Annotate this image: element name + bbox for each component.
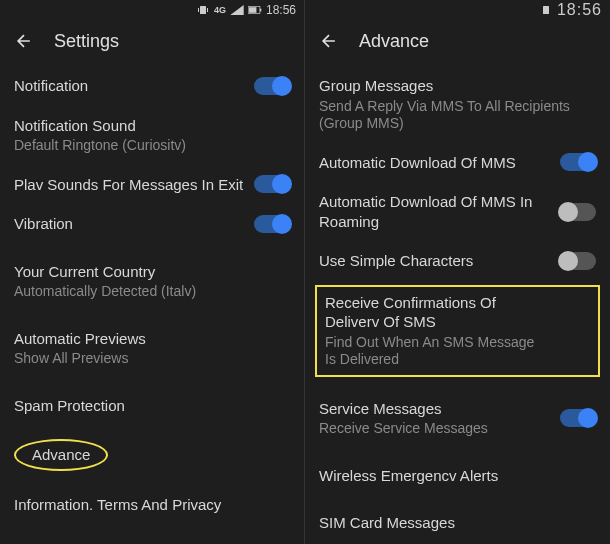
row-sub: Find Out When An SMS Message Is Delivere… [325,334,548,369]
row-country[interactable]: Your Current Country Automatically Detec… [0,252,304,311]
row-group-messages[interactable]: Group Messages Send A Reply Via MMS To A… [305,66,610,143]
row-label: Vibration [14,214,244,234]
row-label: Advance [32,446,90,463]
page-title: Advance [359,31,429,52]
row-label: Use Simple Characters [319,251,550,271]
row-label: Service Messages [319,399,550,419]
row-service-messages[interactable]: Service Messages Receive Service Message… [305,389,610,448]
row-advance[interactable]: Advance [0,433,304,477]
advance-list: Group Messages Send A Reply Via MMS To A… [305,62,610,543]
row-auto-previews[interactable]: Automatic Previews Show All Previews [0,319,304,378]
toggle-auto-dl-roaming[interactable] [560,203,596,221]
toggle-play-sounds[interactable] [254,175,290,193]
row-sub: Send A Reply Via MMS To All Recipients (… [319,98,596,133]
svg-marker-3 [230,5,243,15]
row-label: SIM Card Messages [319,513,596,533]
row-label: Receive Confirmations Of Deliverv Of SMS [325,293,548,332]
page-title: Settings [54,31,119,52]
battery-icon [248,4,262,16]
advance-panel: 18:56 Advance Group Messages Send A Repl… [305,0,610,544]
row-label: Information. Terms And Privacy [14,495,290,515]
row-auto-dl-roaming[interactable]: Automatic Download Of MMS In Roaming [305,182,610,241]
settings-panel: 4G 18:56 Settings Notification Notificat… [0,0,305,544]
row-auto-dl-mms[interactable]: Automatic Download Of MMS [305,143,610,183]
row-wireless-alerts[interactable]: Wireless Emergencv Alerts [305,456,610,496]
toggle-simple-chars[interactable] [560,252,596,270]
status-time: 18:56 [557,1,602,19]
row-simple-chars[interactable]: Use Simple Characters [305,241,610,281]
toggle-service-messages[interactable] [560,409,596,427]
back-icon[interactable] [14,31,34,51]
vibrate-icon [539,4,553,16]
back-icon[interactable] [319,31,339,51]
row-label: Notification [14,76,244,96]
row-label: Automatic Download Of MMS [319,153,550,173]
header: Settings [0,20,304,62]
row-info[interactable]: Information. Terms And Privacy [0,485,304,525]
row-notification-sound[interactable]: Notification Sound Default Ringtone (Cur… [0,106,304,165]
row-vibration[interactable]: Vibration [0,204,304,244]
toggle-notification[interactable] [254,77,290,95]
header: Advance [305,20,610,62]
row-sub: Receive Service Messages [319,420,550,438]
row-label: Spam Protection [14,396,290,416]
row-label: Notification Sound [14,116,290,136]
svg-rect-5 [249,7,257,13]
svg-rect-0 [200,6,206,14]
row-label: Plav Sounds For Messages In Exit [14,175,244,195]
signal-icon [230,4,244,16]
row-label: Automatic Download Of MMS In Roaming [319,192,550,231]
row-play-sounds[interactable]: Plav Sounds For Messages In Exit [0,165,304,205]
row-sub: Automatically Detected (Italv) [14,283,290,301]
row-label: Automatic Previews [14,329,290,349]
row-notification[interactable]: Notification [0,66,304,106]
row-label: Group Messages [319,76,596,96]
status-bar: 4G 18:56 [0,0,304,20]
vibrate-icon [196,4,210,16]
row-sub: Default Ringtone (Curiositv) [14,137,290,155]
row-label: Your Current Country [14,262,290,282]
svg-rect-7 [543,6,549,14]
settings-list: Notification Notification Sound Default … [0,62,304,524]
row-label: Wireless Emergencv Alerts [319,466,596,486]
svg-rect-6 [260,9,261,12]
network-4g: 4G [214,5,226,15]
highlight-receive-conf[interactable]: Receive Confirmations Of Deliverv Of SMS… [315,285,600,377]
toggle-auto-dl-mms[interactable] [560,153,596,171]
status-bar: 18:56 [305,0,610,20]
highlight-advance: Advance [14,439,108,471]
toggle-vibration[interactable] [254,215,290,233]
row-spam[interactable]: Spam Protection [0,386,304,426]
row-sub: Show All Previews [14,350,290,368]
status-time: 18:56 [266,3,296,17]
row-sim-card-messages[interactable]: SIM Card Messages [305,503,610,543]
